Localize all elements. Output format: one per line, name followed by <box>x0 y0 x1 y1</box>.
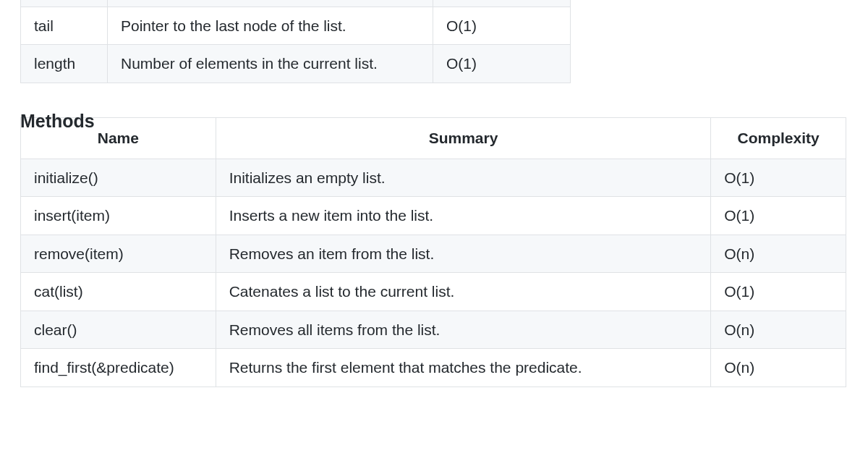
method-summary-cell: Returns the first element that matches t… <box>216 349 711 387</box>
table-row: tail Pointer to the last node of the lis… <box>21 7 571 45</box>
prop-complexity-cell: O(1) <box>433 7 571 45</box>
prop-name-cell <box>21 0 108 7</box>
method-summary-cell: Removes all items from the list. <box>216 311 711 349</box>
table-row: find_first(&predicate) Returns the first… <box>21 349 846 387</box>
col-summary-header: Summary <box>216 118 711 159</box>
table-row: cat(list) Catenates a list to the curren… <box>21 273 846 311</box>
table-row: clear() Removes all items from the list.… <box>21 311 846 349</box>
method-complexity-cell: O(1) <box>711 273 846 311</box>
col-complexity-header: Complexity <box>711 118 846 159</box>
method-name-cell: insert(item) <box>21 197 216 235</box>
method-summary-cell: Removes an item from the list. <box>216 235 711 273</box>
prop-complexity-cell <box>433 0 571 7</box>
method-complexity-cell: O(n) <box>711 311 846 349</box>
method-summary-cell: Catenates a list to the current list. <box>216 273 711 311</box>
table-row: insert(item) Inserts a new item into the… <box>21 197 846 235</box>
method-name-cell: clear() <box>21 311 216 349</box>
prop-complexity-cell: O(1) <box>433 45 571 83</box>
method-summary-cell: Inserts a new item into the list. <box>216 197 711 235</box>
method-summary-cell: Initializes an empty list. <box>216 159 711 197</box>
methods-table: Name Summary Complexity initialize() Ini… <box>20 117 846 387</box>
method-name-cell: remove(item) <box>21 235 216 273</box>
properties-table: tail Pointer to the last node of the lis… <box>20 0 571 83</box>
method-complexity-cell: O(1) <box>711 197 846 235</box>
method-complexity-cell: O(n) <box>711 349 846 387</box>
method-complexity-cell: O(1) <box>711 159 846 197</box>
table-row: length Number of elements in the current… <box>21 45 571 83</box>
method-complexity-cell: O(n) <box>711 235 846 273</box>
method-name-cell: find_first(&predicate) <box>21 349 216 387</box>
table-row: remove(item) Removes an item from the li… <box>21 235 846 273</box>
method-name-cell: initialize() <box>21 159 216 197</box>
prop-summary-cell: Number of elements in the current list. <box>108 45 433 83</box>
prop-name-cell: tail <box>21 7 108 45</box>
method-name-cell: cat(list) <box>21 273 216 311</box>
prop-name-cell: length <box>21 45 108 83</box>
prop-summary-cell <box>108 0 433 7</box>
table-row: initialize() Initializes an empty list. … <box>21 159 846 197</box>
table-row <box>21 0 571 7</box>
table-header-row: Name Summary Complexity <box>21 118 846 159</box>
prop-summary-cell: Pointer to the last node of the list. <box>108 7 433 45</box>
